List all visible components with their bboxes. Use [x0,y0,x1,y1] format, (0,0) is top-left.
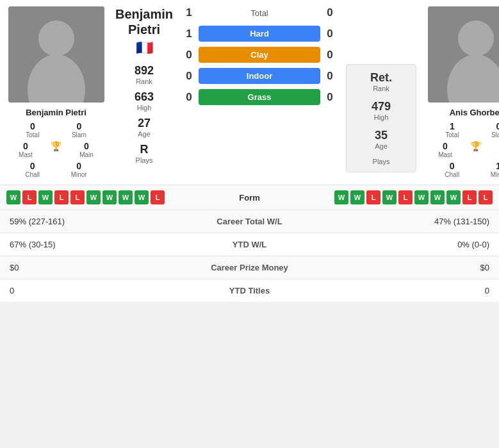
right-ytd-wl: 0% (0-0) [334,233,499,256]
right-player-avatar [428,6,499,103]
right-plays-label: Plays [373,158,390,165]
left-stat-row-3: 0 Chall 0 Minor [10,161,102,178]
form-badge: W [446,190,461,204]
left-age-stat: 27 Age [138,117,151,138]
match-container: Benjamin Pietri 0 Total 0 Slam 0 Mast [0,0,499,302]
left-flag: 🇫🇷 [136,40,153,56]
h2h-panel: 1 Total 0 1 Hard 0 0 Clay 0 0 Indoor 0 [176,0,343,185]
form-badge: L [462,190,477,204]
form-badge: W [102,190,117,204]
right-mast-stat: 0 Mast [438,141,452,158]
h2h-clay-left: 0 [179,49,199,62]
left-center-stats: 892 Rank 663 High 27 Age R Plays [115,64,173,164]
form-badge: W [414,190,429,204]
left-trophy-icon: 🏆 [51,141,61,158]
left-player-avatar [8,6,104,103]
form-badge: L [22,190,37,204]
h2h-total-left: 1 [179,6,199,19]
right-total-stat: 1 Total [445,121,459,138]
grass-surface-btn[interactable]: Grass [199,89,320,105]
form-badge: W [334,190,348,204]
right-slam-stat: 0 Slam [491,121,499,138]
svg-point-4 [458,21,494,56]
h2h-clay-right: 0 [320,49,339,62]
left-chall-stat: 0 Chall [25,161,40,178]
form-badge: L [398,190,413,204]
form-badge: W [382,190,397,204]
form-badge: L [479,190,493,204]
svg-point-1 [38,21,74,56]
h2h-indoor-left: 0 [179,70,199,83]
right-player-section: Anis Ghorbel 1 Total 0 Slam 0 Mast [420,0,499,185]
h2h-grass-left: 0 [179,91,199,104]
left-total-stat: 0 Total [26,121,39,138]
left-plays-stat: R Plays [136,143,153,164]
right-high-stat: 479 High [372,100,391,121]
form-badge: W [38,190,53,204]
prize-row: $0 Career Prize Money $0 [0,256,499,279]
left-mast-stat: 0 Mast [19,141,33,158]
right-age-label: Age [375,142,388,150]
hard-surface-btn[interactable]: Hard [199,26,320,42]
right-stat-row-2: 0 Mast 🏆 0 Main [429,141,499,158]
form-badge: L [70,190,85,204]
form-badge: L [366,190,380,204]
career-wl-row: 59% (227-161) Career Total W/L 47% (131-… [0,210,499,233]
right-rank-value: Ret. [370,71,392,85]
right-stat-row-1: 1 Total 0 Slam [429,121,499,138]
main-top-section: Benjamin Pietri 0 Total 0 Slam 0 Mast [0,0,499,185]
right-player-stats: 1 Total 0 Slam 0 Mast 🏆 [426,121,499,178]
form-badge: L [54,190,69,204]
clay-surface-btn[interactable]: Clay [199,47,320,63]
h2h-grass-row: 0 Grass 0 [179,89,339,105]
h2h-indoor-row: 0 Indoor 0 [179,68,339,84]
h2h-hard-row: 1 Hard 0 [179,26,339,42]
left-minor-stat: 0 Minor [71,161,87,178]
right-minor-stat: 1 Minor [491,161,499,178]
h2h-hard-right: 0 [320,28,339,40]
h2h-hard-left: 1 [179,28,199,40]
form-badge: L [151,190,165,204]
stats-table: 59% (227-161) Career Total W/L 47% (131-… [0,210,499,302]
form-badge: W [119,190,133,204]
indoor-surface-btn[interactable]: Indoor [199,68,320,84]
form-badge: W [86,190,101,204]
prize-label: Career Prize Money [165,256,334,279]
left-ytd-wl: 67% (30-15) [0,233,165,256]
center-info-section: Benjamin Pietri 🇫🇷 892 Rank 663 High 27 … [112,0,176,185]
form-badge: W [430,190,445,204]
left-rank-stat: 892 Rank [135,64,154,85]
right-trophy-icon: 🏆 [470,141,481,158]
h2h-total-right: 0 [320,6,339,19]
right-prize: $0 [334,256,499,279]
left-high-stat: 663 High [135,90,154,112]
right-chall-stat: 0 Chall [445,161,459,178]
right-info-box: Ret. Rank 479 High 35 Age Plays [343,58,420,185]
left-main-stat: 0 Main [79,141,94,158]
left-slam-stat: 0 Slam [72,121,86,138]
right-titles: 0 [334,279,499,303]
h2h-indoor-right: 0 [320,70,339,83]
left-stat-row-2: 0 Mast 🏆 0 Main [10,141,102,158]
h2h-total-row: 1 Total 0 [179,6,339,19]
right-info-inner: Ret. Rank 479 High 35 Age Plays [346,64,416,172]
left-prize: $0 [0,256,165,279]
left-player-stats: 0 Total 0 Slam 0 Mast 🏆 [6,121,106,178]
left-player-name-center: Benjamin Pietri [115,6,173,37]
h2h-grass-right: 0 [320,91,339,104]
left-titles: 0 [0,279,165,303]
right-high-value: 479 [372,100,391,113]
right-age-value: 35 [375,129,388,142]
left-stat-row-1: 0 Total 0 Slam [10,121,102,138]
right-age-stat: 35 Age [375,129,388,150]
h2h-clay-row: 0 Clay 0 [179,47,339,63]
left-form-badges: WLWLLWWWWL [6,190,211,204]
right-form-badges: WWLWLWWWLL [288,190,493,204]
right-career-wl: 47% (131-150) [334,210,499,233]
right-plays-stat: Plays [373,158,390,165]
ytd-wl-row: 67% (30-15) YTD W/L 0% (0-0) [0,233,499,256]
form-badge: W [350,190,364,204]
right-stat-row-3: 0 Chall 1 Minor [429,161,499,178]
titles-row: 0 YTD Titles 0 [0,279,499,303]
h2h-total-label: Total [199,8,320,18]
